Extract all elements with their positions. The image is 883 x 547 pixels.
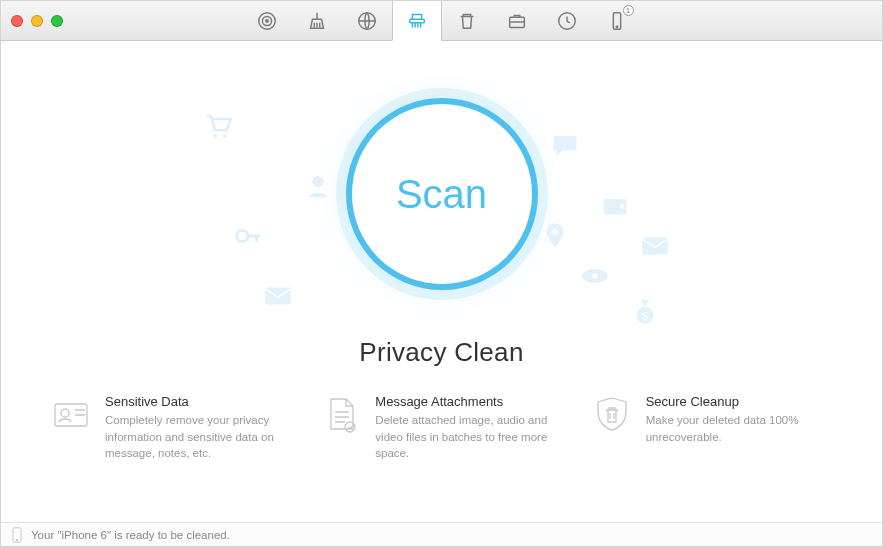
feature-title: Message Attachments [375, 394, 561, 409]
svg-point-23 [61, 409, 69, 417]
key-icon [231, 219, 265, 257]
cart-icon [201, 109, 235, 147]
feature-title: Secure Cleanup [646, 394, 832, 409]
page-title: Privacy Clean [359, 337, 523, 368]
feature-secure-cleanup: Secure Cleanup Make your deleted data 10… [592, 394, 832, 462]
money-icon: $ [628, 294, 662, 332]
feature-message-attachments: Message Attachments Delete attached imag… [321, 394, 561, 462]
broom-icon [306, 10, 328, 32]
minimize-window-button[interactable] [31, 15, 43, 27]
tab-privacy[interactable] [392, 1, 442, 41]
svg-point-10 [223, 134, 227, 138]
toolbar-tabs: 1 [242, 1, 642, 40]
target-icon [256, 10, 278, 32]
scan-button-label: Scan [396, 172, 487, 217]
globe-icon [356, 10, 378, 32]
titlebar: 1 [1, 1, 882, 41]
tab-clean[interactable] [292, 1, 342, 40]
svg-point-9 [213, 134, 217, 138]
briefcase-icon [506, 10, 528, 32]
svg-text:$: $ [642, 310, 649, 322]
envelope-icon [261, 279, 295, 317]
tab-globe[interactable] [342, 1, 392, 40]
device-badge: 1 [623, 5, 634, 16]
shield-trash-icon [592, 394, 632, 434]
main-content: $ Scan Privacy Clean Sensitive Data Comp… [1, 41, 882, 522]
svg-point-2 [265, 19, 267, 21]
id-card-icon [51, 394, 91, 434]
features-row: Sensitive Data Completely remove your pr… [1, 394, 882, 462]
svg-point-11 [237, 230, 248, 241]
shred-icon [406, 10, 428, 32]
scan-button[interactable]: Scan [352, 104, 532, 284]
tab-restore[interactable] [542, 1, 592, 40]
svg-point-18 [592, 273, 598, 279]
tab-trash[interactable] [442, 1, 492, 40]
feature-desc: Completely remove your privacy informati… [105, 412, 291, 462]
feature-title: Sensitive Data [105, 394, 291, 409]
mail-icon [638, 229, 672, 267]
svg-point-15 [620, 205, 624, 209]
svg-point-21 [552, 229, 558, 235]
svg-point-26 [16, 539, 18, 541]
window-controls [1, 15, 63, 27]
feature-sensitive-data: Sensitive Data Completely remove your pr… [51, 394, 291, 462]
device-status-icon [11, 527, 23, 543]
status-text: Your "iPhone 6" is ready to be cleaned. [31, 529, 230, 541]
feature-desc: Delete attached image, audio and video f… [375, 412, 561, 462]
svg-rect-12 [265, 288, 291, 305]
eye-icon [578, 259, 612, 297]
feature-desc: Make your deleted data 100% unrecoverabl… [646, 412, 832, 445]
svg-point-13 [312, 176, 323, 187]
chat-icon [548, 129, 582, 167]
svg-rect-16 [642, 238, 668, 255]
pin-icon [538, 219, 572, 257]
trash-icon [456, 10, 478, 32]
close-window-button[interactable] [11, 15, 23, 27]
wallet-icon [598, 189, 632, 227]
tab-toolbox[interactable] [492, 1, 542, 40]
restore-icon [556, 10, 578, 32]
app-window: 1 $ Scan Privacy Clean [0, 0, 883, 547]
tab-device[interactable]: 1 [592, 1, 642, 40]
scan-area: $ Scan [1, 69, 882, 319]
svg-point-8 [616, 26, 617, 27]
status-bar: Your "iPhone 6" is ready to be cleaned. [1, 522, 882, 546]
tab-target[interactable] [242, 1, 292, 40]
zoom-window-button[interactable] [51, 15, 63, 27]
svg-rect-4 [409, 19, 424, 23]
document-attachment-icon [321, 394, 361, 434]
user-icon [301, 169, 335, 207]
